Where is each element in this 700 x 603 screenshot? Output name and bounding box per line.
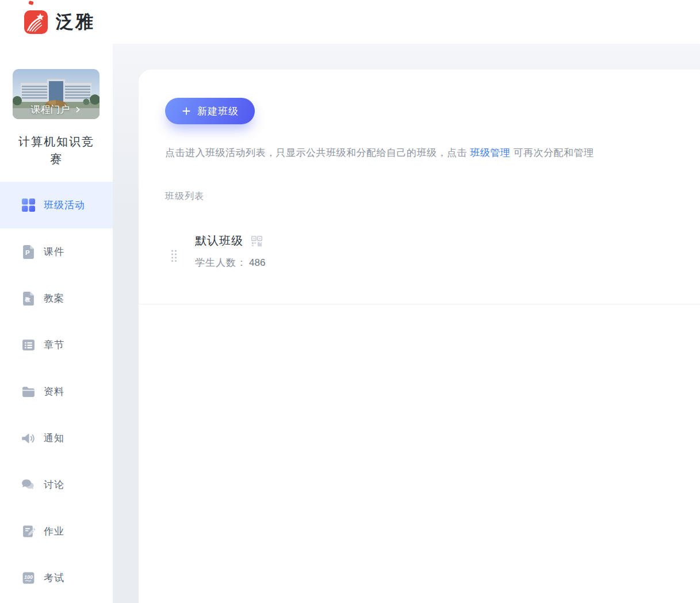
sidebar-item-label: 考试 [44, 571, 64, 585]
sidebar-menu: 班级活动 P 课件 教 [0, 182, 113, 601]
top-header: 泛雅 [0, 0, 700, 44]
sidebar-item-discussion[interactable]: 讨论 [0, 461, 113, 508]
main-area: 新建班级 点击进入班级活动列表，只显示公共班级和分配给自己的班级，点击 班级管理… [113, 44, 700, 603]
sidebar-item-label: 章节 [44, 338, 64, 352]
svg-text:P: P [25, 249, 30, 256]
student-count-value: 486 [249, 257, 265, 268]
description-text-after: 可再次分配和管理 [510, 147, 594, 158]
svg-text:100: 100 [24, 574, 33, 580]
description-text-before: 点击进入班级活动列表，只显示公共班级和分配给自己的班级，点击 [165, 147, 470, 158]
class-list-label: 班级列表 [165, 190, 700, 203]
sidebar-item-materials[interactable]: 资料 [0, 368, 113, 415]
class-list-item[interactable]: 默认班级 [165, 233, 700, 269]
course-portal-label: 课程门户 [31, 103, 70, 116]
course-sidebar: 课程门户 计算机知识竞赛 [0, 44, 113, 603]
class-info: 默认班级 [195, 233, 265, 269]
sidebar-item-homework[interactable]: 作业 [0, 508, 113, 555]
discussion-icon [21, 478, 36, 493]
sidebar-item-label: 通知 [44, 432, 64, 445]
chevron-right-icon [74, 106, 82, 113]
plus-icon [181, 106, 192, 116]
student-count-label: 学生人数： [195, 257, 247, 268]
sidebar-item-label: 教案 [44, 292, 64, 305]
sidebar-item-label: 课件 [44, 245, 64, 258]
svg-text:教: 教 [24, 297, 30, 303]
brand-accent-dot [28, 1, 33, 5]
notice-icon [21, 431, 36, 446]
class-list-description: 点击进入班级活动列表，只显示公共班级和分配给自己的班级，点击 班级管理 可再次分… [165, 146, 674, 159]
course-title: 计算机知识竞赛 [0, 133, 113, 167]
sidebar-item-label: 作业 [44, 525, 64, 538]
class-manage-link[interactable]: 班级管理 [470, 147, 510, 158]
homework-icon [21, 524, 36, 539]
sidebar-item-exam[interactable]: 100 考试 [0, 555, 113, 601]
sidebar-item-lesson-plan[interactable]: 教 教案 [0, 275, 113, 322]
sidebar-item-notice[interactable]: 通知 [0, 415, 113, 461]
comet-star-icon [24, 10, 48, 34]
materials-icon [21, 384, 36, 399]
new-class-button[interactable]: 新建班级 [165, 98, 255, 124]
class-row-divider [139, 304, 700, 304]
sidebar-item-chapters[interactable]: 章节 [0, 322, 113, 368]
sidebar-item-label: 资料 [44, 385, 64, 398]
student-count-line: 学生人数：486 [195, 256, 265, 269]
lesson-plan-icon: 教 [21, 291, 36, 306]
exam-icon: 100 [21, 571, 36, 586]
sidebar-item-label: 讨论 [44, 478, 64, 491]
chapters-icon [21, 338, 36, 353]
sidebar-item-courseware[interactable]: P 课件 [0, 228, 113, 275]
drag-handle-icon[interactable] [171, 250, 178, 262]
new-class-button-label: 新建班级 [197, 105, 239, 118]
sidebar-item-class-activity[interactable]: 班级活动 [0, 182, 113, 228]
grid-icon [21, 198, 36, 213]
course-cover[interactable]: 课程门户 [13, 69, 100, 119]
sidebar-item-label: 班级活动 [44, 199, 85, 212]
brand-name: 泛雅 [56, 10, 95, 34]
brand-logo-icon[interactable] [24, 10, 48, 34]
class-activity-panel: 新建班级 点击进入班级活动列表，只显示公共班级和分配给自己的班级，点击 班级管理… [139, 70, 700, 603]
qr-code-icon[interactable] [250, 235, 263, 247]
course-portal-link[interactable]: 课程门户 [13, 103, 100, 116]
courseware-icon: P [21, 245, 36, 259]
class-name[interactable]: 默认班级 [195, 233, 243, 249]
